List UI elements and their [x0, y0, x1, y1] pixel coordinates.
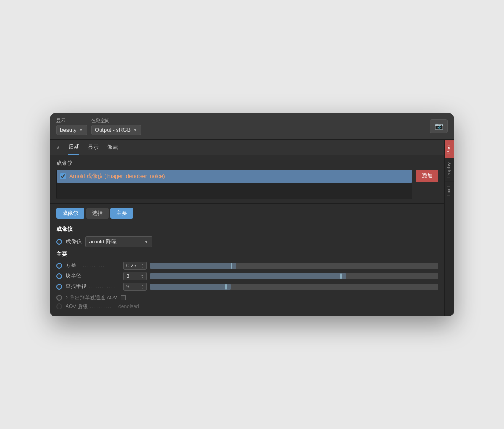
aov-section: > 导出到单独通道 AOV AOV 后缀 .......... _denoise… [56, 294, 438, 310]
variance-spinners: ▲ ▼ [141, 263, 144, 269]
imager-list-area: Arnold 成像仪 (imager_denoiser_noice) 添加 [56, 170, 438, 199]
variance-up[interactable]: ▲ [141, 263, 144, 266]
main-section: 主要 方差 ............ 0.25 ▲ ▼ [56, 251, 438, 291]
block-radius-input[interactable]: 3 ▲ ▼ [123, 272, 147, 280]
imager-list-item[interactable]: Arnold 成像仪 (imager_denoiser_noice) [57, 170, 412, 183]
block-up[interactable]: ▲ [141, 273, 144, 276]
variance-slider[interactable] [150, 263, 438, 269]
imager-checkbox[interactable] [60, 173, 66, 179]
imager-dropdown[interactable]: arnold 降噪 ▼ [85, 236, 152, 247]
right-sidebar: Post Display Pixel [444, 140, 454, 316]
imager-row-label: 成像仪 [56, 160, 438, 167]
search-radius-row: 查找半径 ............ 9 ▲ ▼ [56, 283, 438, 291]
tab-bar: ∧ 后期 显示 像素 [50, 140, 444, 155]
aov-suffix-row: AOV 后缀 .......... _denoised [56, 303, 438, 310]
display-label: 显示 [56, 118, 87, 124]
search-radius-input[interactable]: 9 ▲ ▼ [123, 283, 147, 291]
aov-suffix-value: _denoised [116, 303, 139, 309]
tab-display[interactable]: 显示 [88, 140, 99, 154]
imager-prop-label: 成像仪 [66, 238, 82, 246]
search-radius-label: 查找半径 ............ [66, 283, 120, 290]
search-down[interactable]: ▼ [141, 287, 144, 290]
variance-radio[interactable] [56, 263, 62, 269]
search-radius-radio[interactable] [56, 284, 62, 290]
output-dropdown-arrow: ▼ [133, 128, 137, 132]
tab-collapse-arrow[interactable]: ∧ [56, 144, 60, 150]
imager-section: 成像仪 Arnold 成像仪 (imager_denoiser_noice) 添… [50, 155, 444, 204]
sub-tab-main[interactable]: 主要 [110, 208, 133, 219]
search-radius-handle[interactable] [225, 284, 227, 290]
block-radius-fill [150, 273, 346, 279]
aov-export-row: > 导出到单独通道 AOV [56, 294, 438, 301]
sub-tab-imager[interactable]: 成像仪 [56, 208, 84, 219]
content-area: ∧ 后期 显示 像素 成像仪 Arnold 成像仪 (imager_denois… [50, 140, 454, 316]
block-radius-row: 块半径 ............ 3 ▲ ▼ [56, 272, 438, 280]
imager-list: Arnold 成像仪 (imager_denoiser_noice) [56, 170, 412, 199]
main-window: 显示 beauty ▼ 色彩空间 Output - sRGB ▼ 📷 ∧ 后期 … [50, 113, 454, 316]
tab-post[interactable]: 后期 [68, 140, 79, 155]
aov-suffix-radio [56, 303, 62, 309]
block-radius-spinners: ▲ ▼ [141, 273, 144, 279]
sub-tab-select[interactable]: 选择 [86, 208, 109, 219]
imager-radio[interactable] [56, 239, 62, 245]
aov-radio[interactable] [56, 295, 62, 301]
search-radius-slider[interactable] [150, 284, 438, 290]
toolbar: 显示 beauty ▼ 色彩空间 Output - sRGB ▼ 📷 [50, 113, 454, 140]
display-section: 显示 beauty ▼ [56, 118, 87, 135]
block-radius-label: 块半径 ............ [66, 272, 120, 280]
tab-pixel[interactable]: 像素 [107, 140, 118, 154]
search-radius-spinners: ▲ ▼ [141, 284, 144, 290]
variance-fill [150, 263, 236, 269]
output-dropdown[interactable]: Output - sRGB ▼ [91, 125, 141, 135]
properties-panel: 成像仪 成像仪 arnold 降噪 ▼ 主要 [50, 221, 444, 316]
imager-prop-title: 成像仪 [56, 225, 438, 233]
colorspace-label: 色彩空间 [91, 118, 141, 124]
camera-button[interactable]: 📷 [430, 119, 448, 133]
add-button[interactable]: 添加 [416, 170, 438, 182]
side-tab-pixel[interactable]: Pixel [445, 182, 454, 201]
variance-label: 方差 ............ [66, 262, 120, 269]
imager-prop-row: 成像仪 arnold 降噪 ▼ [56, 236, 438, 247]
beauty-dropdown-arrow: ▼ [79, 128, 83, 132]
variance-down[interactable]: ▼ [141, 266, 144, 269]
colorspace-section: 色彩空间 Output - sRGB ▼ [91, 118, 141, 135]
aov-export-label: > 导出到单独通道 AOV [66, 294, 117, 301]
main-panel: ∧ 后期 显示 像素 成像仪 Arnold 成像仪 (imager_denois… [50, 140, 444, 316]
beauty-dropdown[interactable]: beauty ▼ [56, 125, 87, 135]
block-down[interactable]: ▼ [141, 276, 144, 279]
search-radius-fill [150, 284, 231, 290]
main-prop-title: 主要 [56, 251, 438, 258]
imager-list-item-label: Arnold 成像仪 (imager_denoiser_noice) [69, 173, 165, 180]
sub-tab-bar: 成像仪 选择 主要 [50, 204, 444, 221]
search-up[interactable]: ▲ [141, 284, 144, 287]
variance-input[interactable]: 0.25 ▲ ▼ [123, 262, 147, 270]
block-radius-handle[interactable] [340, 273, 342, 279]
imager-dropdown-arrow: ▼ [144, 239, 149, 244]
variance-row: 方差 ............ 0.25 ▲ ▼ [56, 262, 438, 270]
aov-checkbox[interactable] [121, 295, 126, 300]
aov-suffix-label: AOV 后缀 .......... [66, 303, 112, 310]
block-radius-radio[interactable] [56, 273, 62, 279]
variance-handle[interactable] [231, 263, 232, 269]
side-tab-post[interactable]: Post [445, 140, 454, 158]
block-radius-slider[interactable] [150, 273, 438, 279]
side-tab-display[interactable]: Display [445, 158, 454, 182]
